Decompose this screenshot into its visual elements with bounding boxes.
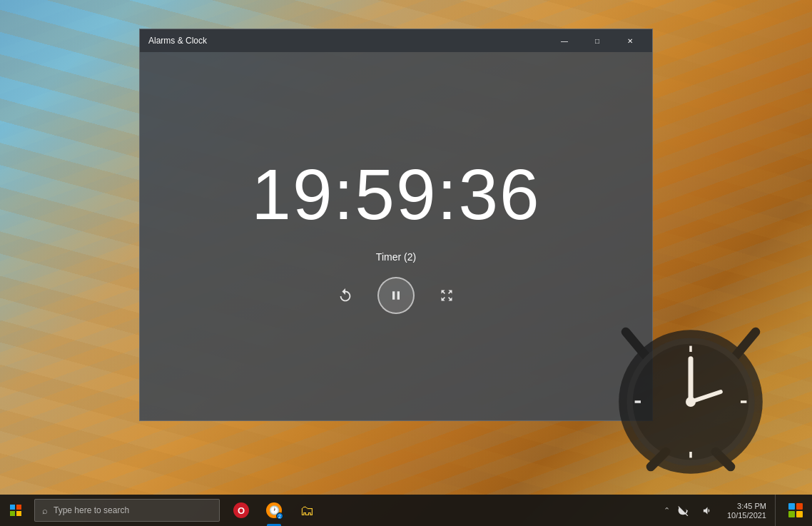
- taskbar-apps: O 🕐 2 🗂: [223, 495, 325, 526]
- tray-network-icon[interactable]: [673, 495, 694, 526]
- alarms-icon: 🕐 2: [266, 502, 282, 518]
- search-icon: ⌕: [42, 505, 48, 516]
- pause-button[interactable]: [377, 277, 415, 314]
- taskbar-alarms[interactable]: 🕐 2: [258, 495, 290, 526]
- maximize-button[interactable]: □: [581, 29, 614, 52]
- alarms-badge: 2: [276, 512, 283, 520]
- tray-volume-icon[interactable]: [697, 495, 719, 526]
- title-bar: Alarms & Clock — □ ✕: [140, 29, 652, 52]
- tiles-grid-icon: [788, 503, 803, 517]
- opera-icon: O: [233, 502, 249, 518]
- svg-point-7: [686, 397, 696, 407]
- taskbar: ⌕ Type here to search O 🕐 2 🗂 ⌃: [0, 495, 812, 526]
- search-placeholder-text: Type here to search: [54, 505, 129, 515]
- timer-content: 19:59:36 Timer (2): [140, 52, 652, 420]
- timer-label: Timer (2): [376, 251, 416, 263]
- tray-show-desktop[interactable]: [775, 495, 782, 526]
- tray-date: 10/15/2021: [727, 511, 766, 520]
- desktop: Alarms & Clock — □ ✕ 19:59:36 Timer (2): [0, 0, 812, 526]
- reset-button[interactable]: [330, 280, 360, 310]
- taskbar-opera[interactable]: O: [225, 495, 257, 526]
- windows-logo-icon: [10, 505, 21, 516]
- expand-button[interactable]: [432, 280, 462, 310]
- file-explorer-icon: 🗂: [300, 502, 314, 519]
- start-button[interactable]: [0, 495, 31, 526]
- timer-display: 19:59:36: [251, 158, 540, 230]
- tray-datetime[interactable]: 3:45 PM 10/15/2021: [721, 495, 772, 526]
- window-controls: — □ ✕: [548, 29, 646, 52]
- tray-time: 3:45 PM: [737, 502, 766, 510]
- taskbar-search-box[interactable]: ⌕ Type here to search: [34, 499, 220, 522]
- system-tray: ⌃ 3:45 PM 10/15/2021: [658, 495, 812, 526]
- app-window: Alarms & Clock — □ ✕ 19:59:36 Timer (2): [139, 29, 653, 421]
- tray-chevron-icon[interactable]: ⌃: [664, 506, 670, 515]
- window-title: Alarms & Clock: [148, 36, 207, 46]
- tiles-icon[interactable]: [785, 495, 806, 526]
- taskbar-files[interactable]: 🗂: [291, 495, 323, 526]
- minimize-button[interactable]: —: [548, 29, 581, 52]
- timer-controls: [330, 277, 462, 314]
- alarm-clock-decoration: [591, 287, 791, 487]
- close-button[interactable]: ✕: [614, 29, 646, 52]
